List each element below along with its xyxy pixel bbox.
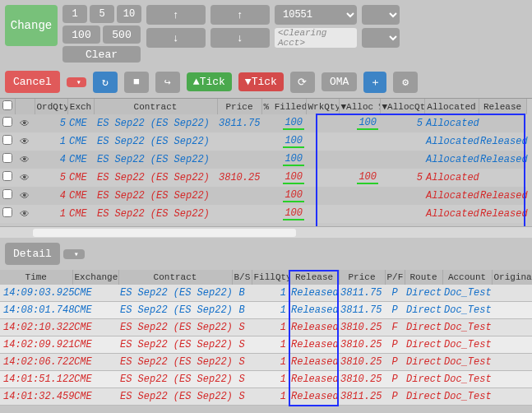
stepper-1-down[interactable]: ↓ bbox=[146, 28, 206, 48]
col-pctfilled[interactable]: % Filled bbox=[261, 99, 306, 114]
cell-exch: CME bbox=[67, 187, 94, 205]
cell-contract: ES Sep22 (ES Sep22) bbox=[94, 132, 217, 151]
fill-row[interactable]: 14:02:10.322CMEES Sep22 (ES Sep22)S1Rele… bbox=[0, 319, 532, 336]
row-checkbox[interactable] bbox=[2, 135, 12, 145]
cell-originator bbox=[492, 285, 532, 302]
row-checkbox[interactable] bbox=[2, 153, 12, 163]
fcol-time[interactable]: Time bbox=[0, 270, 72, 285]
add-button[interactable]: ＋ bbox=[363, 72, 386, 93]
qty-100[interactable]: 100 bbox=[62, 26, 100, 44]
col-select[interactable] bbox=[0, 99, 15, 114]
col-allocqty[interactable]: ▼AllocQty bbox=[380, 99, 424, 114]
orders-hscroll[interactable] bbox=[0, 226, 532, 238]
cell-price: 3810.25 bbox=[339, 371, 385, 388]
cell-price: 3810.25 bbox=[217, 169, 261, 187]
clearing-acct-field[interactable]: <Clearing Acct> bbox=[275, 28, 357, 48]
cell-exchange: CME bbox=[72, 354, 118, 371]
fcol-price[interactable]: Price bbox=[339, 270, 385, 285]
fill-row[interactable]: 14:09:03.925CMEES Sep22 (ES Sep22)B1Rele… bbox=[0, 285, 532, 302]
fill-row[interactable]: 14:02:09.921CMEES Sep22 (ES Sep22)S1Rele… bbox=[0, 336, 532, 354]
detail-button[interactable]: Detail bbox=[5, 243, 60, 265]
orders-grid: OrdQty Exch Contract Price % Filled WrkQ… bbox=[0, 98, 532, 238]
col-wrkqty[interactable]: WrkQty bbox=[306, 99, 339, 114]
qty-500[interactable]: 500 bbox=[103, 26, 141, 44]
cell-release bbox=[479, 114, 526, 132]
cancel-button[interactable]: Cancel bbox=[5, 71, 60, 93]
col-allocated[interactable]: Allocated bbox=[424, 99, 479, 114]
cell-exch: CME bbox=[67, 169, 94, 187]
cell-account: Doc_Test bbox=[442, 371, 492, 388]
cell-release: Released bbox=[479, 205, 526, 223]
account-combo[interactable]: 10551 bbox=[275, 5, 357, 25]
col-release[interactable]: Release bbox=[479, 99, 526, 114]
fcol-fillqty[interactable]: FillQty bbox=[252, 270, 289, 285]
filter-icon[interactable]: ⚙ bbox=[393, 72, 418, 93]
order-row[interactable]: 👁5CMEES Sep22 (ES Sep22)3810.251001005Al… bbox=[0, 169, 526, 187]
fcol-bs[interactable]: B/S bbox=[232, 270, 252, 285]
eye-icon[interactable]: 👁 bbox=[15, 114, 35, 132]
cell-allocqty: 5 bbox=[380, 114, 424, 132]
col-price[interactable]: Price bbox=[217, 99, 261, 114]
stop-icon[interactable]: ■ bbox=[124, 72, 149, 93]
reload-icon[interactable]: ⟳ bbox=[290, 72, 315, 93]
order-row[interactable]: 👁5CMEES Sep22 (ES Sep22)3811.751001005Al… bbox=[0, 114, 526, 132]
eye-icon[interactable]: 👁 bbox=[15, 151, 35, 169]
row-checkbox[interactable] bbox=[2, 117, 12, 127]
extra-combo-2[interactable] bbox=[362, 28, 400, 48]
qty-1[interactable]: 1 bbox=[62, 5, 87, 23]
col-ordqty[interactable]: OrdQty bbox=[35, 99, 67, 114]
cell-exchange: CME bbox=[72, 371, 118, 388]
oma-button[interactable]: OMA bbox=[322, 72, 357, 91]
fcol-exchange[interactable]: Exchange bbox=[72, 270, 118, 285]
stepper-2-down[interactable]: ↓ bbox=[210, 28, 270, 48]
cell-allocqty bbox=[380, 151, 424, 169]
fcol-route[interactable]: Route bbox=[405, 270, 442, 285]
eye-icon[interactable]: 👁 bbox=[15, 187, 35, 205]
stepper-2: ↑ ↓ bbox=[210, 5, 270, 63]
fill-row[interactable]: 14:02:06.722CMEES Sep22 (ES Sep22)S1Rele… bbox=[0, 354, 532, 371]
row-checkbox[interactable] bbox=[2, 171, 12, 181]
col-contract[interactable]: Contract bbox=[94, 99, 217, 114]
fill-row[interactable]: 14:08:01.748CMEES Sep22 (ES Sep22)B1Rele… bbox=[0, 302, 532, 319]
fcol-originator[interactable]: Originator bbox=[492, 270, 532, 285]
order-row[interactable]: 👁1CMEES Sep22 (ES Sep22)100AllocatedRele… bbox=[0, 132, 526, 151]
cell-bs: S bbox=[232, 319, 252, 336]
fcol-contract[interactable]: Contract bbox=[118, 270, 232, 285]
extra-combo-1[interactable] bbox=[362, 5, 400, 25]
qty-10[interactable]: 10 bbox=[117, 5, 141, 23]
change-button[interactable]: Change bbox=[5, 5, 58, 46]
order-row[interactable]: 👁4CMEES Sep22 (ES Sep22)100AllocatedRele… bbox=[0, 151, 526, 169]
stepper-2-up[interactable]: ↑ bbox=[210, 5, 270, 25]
row-checkbox[interactable] bbox=[2, 207, 12, 217]
qty-5[interactable]: 5 bbox=[90, 5, 114, 23]
row-checkbox[interactable] bbox=[2, 189, 12, 199]
col-exch[interactable]: Exch bbox=[67, 99, 94, 114]
clear-button[interactable]: Clear bbox=[62, 46, 141, 63]
orders-hscroll-thumb[interactable] bbox=[33, 229, 296, 237]
eye-icon[interactable]: 👁 bbox=[15, 205, 35, 223]
fcol-release[interactable]: Release bbox=[289, 270, 339, 285]
tick-down-button[interactable]: ▼Tick bbox=[238, 72, 284, 91]
detail-menu[interactable] bbox=[63, 249, 85, 259]
detail-bar: Detail bbox=[0, 238, 532, 270]
eye-icon[interactable]: 👁 bbox=[15, 169, 35, 187]
cell-pf: F bbox=[385, 319, 405, 336]
cancel-menu[interactable] bbox=[67, 77, 86, 87]
tick-up-button[interactable]: ▲Tick bbox=[187, 72, 232, 91]
order-row[interactable]: 👁4CMEES Sep22 (ES Sep22)100AllocatedRele… bbox=[0, 187, 526, 205]
refresh-icon[interactable]: ↻ bbox=[93, 72, 118, 93]
cell-originator bbox=[492, 302, 532, 319]
col-visibility[interactable] bbox=[15, 99, 35, 114]
stepper-1-up[interactable]: ↑ bbox=[146, 5, 206, 25]
fill-row[interactable]: 14:01:32.459CMEES Sep22 (ES Sep22)S1Rele… bbox=[0, 388, 532, 406]
select-all-checkbox[interactable] bbox=[2, 100, 12, 110]
fcol-pf[interactable]: P/F bbox=[385, 270, 405, 285]
col-allocpct[interactable]: ▼Alloc % bbox=[339, 99, 380, 114]
cell-exchange: CME bbox=[72, 302, 118, 319]
order-row[interactable]: 👁1CMEES Sep22 (ES Sep22)100AllocatedRele… bbox=[0, 205, 526, 223]
fcol-account[interactable]: Account bbox=[442, 270, 492, 285]
cell-wrkqty bbox=[306, 114, 339, 132]
eye-icon[interactable]: 👁 bbox=[15, 132, 35, 151]
fill-row[interactable]: 14:01:51.122CMEES Sep22 (ES Sep22)S1Rele… bbox=[0, 371, 532, 388]
forward-icon[interactable]: ↪ bbox=[155, 72, 180, 93]
